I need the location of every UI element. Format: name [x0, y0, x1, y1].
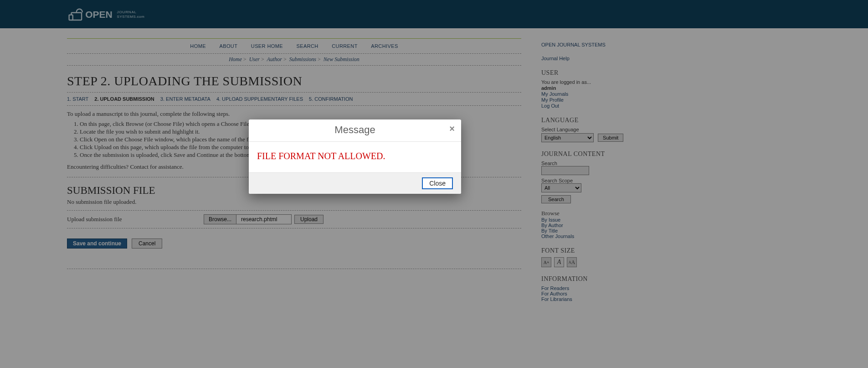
modal-title: Message — [334, 124, 375, 135]
modal-close-button[interactable]: Close — [422, 177, 453, 189]
close-icon[interactable]: × — [449, 124, 455, 133]
modal-body-text: FILE FORMAT NOT ALLOWED. — [249, 142, 461, 172]
message-modal: Message × FILE FORMAT NOT ALLOWED. Close — [249, 119, 461, 194]
